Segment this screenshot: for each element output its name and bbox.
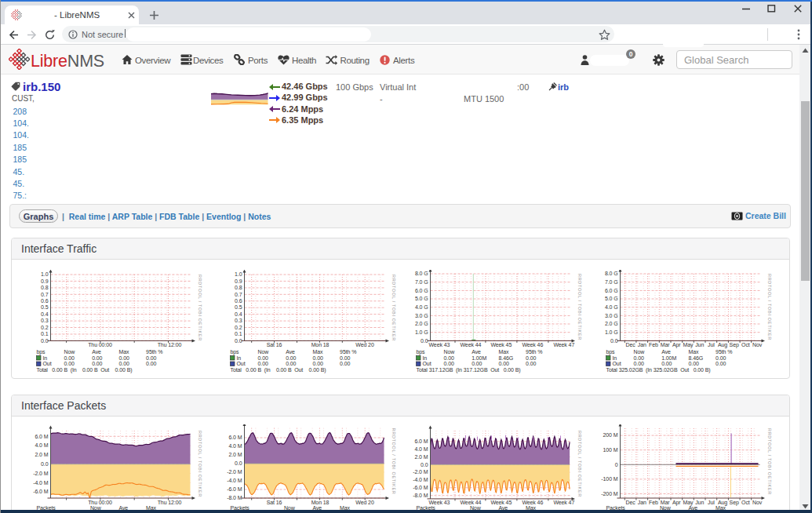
svg-text:1.00M: 1.00M: [472, 355, 486, 361]
svg-text:4.0 G: 4.0 G: [604, 304, 617, 310]
svg-text:0.00: 0.00: [313, 355, 323, 361]
svg-text:RRDTOOL / TOBI OETIKER: RRDTOOL / TOBI OETIKER: [577, 431, 582, 497]
svg-text:Week 44: Week 44: [460, 342, 481, 347]
svg-text:0.8: 0.8: [41, 285, 49, 290]
svg-text:Thu 12:00: Thu 12:00: [158, 500, 182, 505]
svg-text:0.8: 0.8: [235, 285, 242, 290]
svg-text:Week 43: Week 43: [428, 342, 450, 347]
svg-text:Week 45: Week 45: [490, 342, 512, 347]
svg-text:0.0: 0.0: [421, 462, 428, 468]
svg-text:Apr: Apr: [672, 342, 681, 348]
svg-text:6.0 M: 6.0 M: [414, 438, 428, 444]
svg-text:Week 47: Week 47: [553, 500, 574, 505]
svg-text:0.00: 0.00: [661, 361, 672, 366]
svg-text:8.46G: 8.46G: [498, 355, 513, 361]
svg-text:-4.0 M: -4.0 M: [33, 480, 49, 486]
svg-text:Dec: Dec: [625, 500, 635, 505]
svg-text:0.00: 0.00: [119, 361, 129, 366]
svg-text:4.0 G: 4.0 G: [414, 304, 428, 310]
svg-text:Oct: Oct: [741, 342, 750, 347]
svg-text:Wed 20: Wed 20: [355, 342, 374, 347]
svg-text:Out: Out: [237, 361, 246, 366]
svg-text:Ave: Ave: [661, 349, 671, 355]
svg-text:3.0 G: 3.0 G: [414, 313, 428, 318]
svg-text:100 M: 100 M: [603, 447, 617, 453]
svg-text:-2.0 M: -2.0 M: [413, 469, 428, 475]
svg-text:RRDTOOL / TOBI OETIKER: RRDTOOL / TOBI OETIKER: [391, 275, 396, 341]
svg-text:Ave: Ave: [472, 349, 481, 355]
svg-text:0.00: 0.00: [286, 361, 296, 366]
svg-text:7.0 G: 7.0 G: [414, 279, 428, 285]
svg-text:3.0 G: 3.0 G: [604, 313, 617, 318]
svg-text:0.00: 0.00: [472, 361, 482, 366]
svg-text:Mon 18: Mon 18: [311, 500, 330, 505]
svg-text:Max: Max: [688, 349, 699, 355]
svg-text:0.0: 0.0: [235, 460, 242, 466]
svg-text:Total 0.00 B (In 0.00 B: Total 0.00 B (In 0.00 B Out 0.00 B): [231, 367, 326, 373]
svg-text:6.0 M: 6.0 M: [35, 434, 48, 439]
svg-text:8.0 G: 8.0 G: [604, 271, 617, 276]
svg-text:Max: Max: [119, 349, 130, 355]
svg-text:0.1: 0.1: [235, 331, 242, 337]
svg-text:4.0 M: 4.0 M: [414, 446, 428, 452]
svg-text:0.00: 0.00: [340, 361, 350, 366]
svg-text:0.4: 0.4: [235, 311, 242, 317]
svg-text:2.0 G: 2.0 G: [604, 321, 617, 326]
svg-text:Jul: Jul: [708, 342, 715, 347]
svg-text:-8.0 M: -8.0 M: [413, 493, 428, 498]
svg-text:0.00: 0.00: [633, 361, 643, 366]
svg-text:Jun: Jun: [695, 342, 704, 347]
svg-text:Week 47: Week 47: [553, 342, 574, 347]
svg-text:1.0: 1.0: [235, 271, 242, 277]
svg-text:Now: Now: [64, 349, 76, 355]
svg-text:RRDTOOL / TOBI OETIKER: RRDTOOL / TOBI OETIKER: [198, 431, 202, 497]
svg-text:0.00: 0.00: [716, 355, 726, 361]
svg-text:2.0 M: 2.0 M: [228, 452, 242, 457]
svg-text:0.00: 0.00: [633, 355, 643, 361]
svg-text:0.00: 0.00: [443, 355, 453, 361]
svg-text:0.00: 0.00: [526, 361, 536, 366]
svg-text:Out: Out: [422, 361, 431, 366]
svg-text:Mar: Mar: [660, 500, 670, 505]
svg-text:0.00: 0.00: [258, 355, 268, 361]
svg-text:Sep: Sep: [729, 500, 738, 506]
svg-text:0.4: 0.4: [41, 311, 49, 317]
svg-text:RRDTOOL / TOBI OETIKER: RRDTOOL / TOBI OETIKER: [391, 428, 396, 495]
svg-text:0.3: 0.3: [41, 318, 49, 323]
svg-text:Feb: Feb: [649, 342, 658, 347]
svg-text:0.00: 0.00: [146, 355, 156, 361]
svg-text:Total 317.12GB (In 317.12GB: Total 317.12GB (In 317.12GB Out 0.00 B): [416, 367, 520, 373]
svg-text:0.00: 0.00: [443, 361, 453, 366]
svg-text:-2.0 M: -2.0 M: [227, 469, 242, 475]
svg-text:Sat 16: Sat 16: [267, 342, 282, 347]
svg-text:0.00: 0.00: [64, 355, 75, 361]
svg-text:0.00: 0.00: [92, 361, 102, 366]
svg-text:8.0 G: 8.0 G: [414, 271, 428, 276]
svg-text:5.0 G: 5.0 G: [414, 296, 428, 301]
svg-text:Now: Now: [633, 349, 645, 355]
svg-text:6.0 G: 6.0 G: [604, 288, 617, 293]
svg-text:95th %: 95th %: [716, 349, 732, 355]
svg-text:Jan: Jan: [637, 500, 646, 505]
svg-text:Max: Max: [498, 349, 509, 355]
svg-text:95th %: 95th %: [340, 349, 356, 355]
svg-text:-6.0 M: -6.0 M: [227, 486, 242, 492]
svg-text:Total 325.02GB (In 325.02GB: Total 325.02GB (In 325.02GB Out 0.00 B): [606, 367, 710, 373]
svg-text:In: In: [612, 355, 617, 361]
svg-text:0.00: 0.00: [92, 355, 102, 361]
svg-text:0.6: 0.6: [235, 298, 242, 304]
svg-text:0.7: 0.7: [41, 292, 49, 297]
svg-text:Thu 12:00: Thu 12:00: [158, 342, 182, 347]
svg-text:Feb: Feb: [649, 500, 658, 505]
svg-text:Ave: Ave: [286, 349, 295, 355]
svg-text:7.0 G: 7.0 G: [604, 279, 617, 285]
svg-text:0.00: 0.00: [119, 355, 129, 361]
svg-text:Wed 20: Wed 20: [355, 500, 374, 505]
svg-text:Oct: Oct: [741, 500, 750, 505]
svg-text:0.2: 0.2: [235, 325, 242, 330]
svg-text:Aug: Aug: [717, 342, 726, 348]
svg-text:RRDTOOL / TOBI OETIKER: RRDTOOL / TOBI OETIKER: [767, 428, 772, 495]
svg-text:Thu 00:00: Thu 00:00: [88, 500, 112, 505]
svg-text:Apr: Apr: [672, 500, 681, 506]
svg-text:0.00: 0.00: [340, 355, 350, 361]
